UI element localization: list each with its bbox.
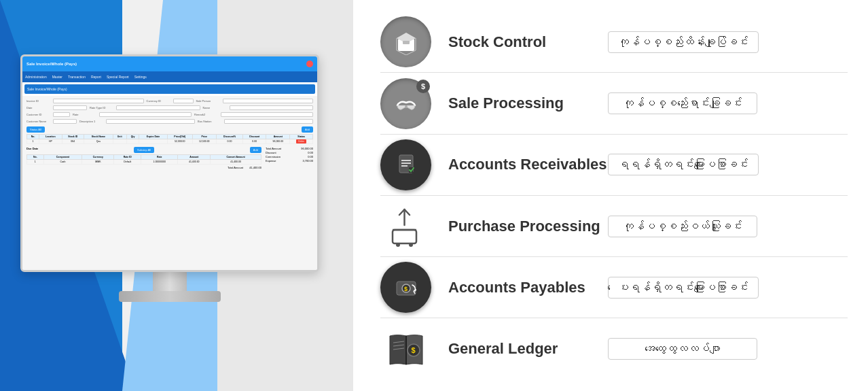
nav-special-report[interactable]: Special Report	[107, 75, 129, 79]
input-desc1[interactable]	[106, 119, 195, 124]
input-invoice-id[interactable]	[53, 99, 144, 103]
svg-line-5	[406, 50, 416, 55]
total-amount-summary: Total Amount 96,000.00	[266, 147, 313, 150]
handshake-icon	[393, 90, 419, 116]
feature-row-accounts-receivables: Accounts Receivables ရရန်ရှိတရင်းများပြေ…	[380, 138, 848, 191]
col-amount: Amount	[266, 135, 290, 139]
table-row: 1 HP 084 Qss 52,000.00 12,500.00 0.00	[27, 139, 313, 144]
monitor-base	[119, 291, 221, 302]
cell-status: Delete	[290, 139, 313, 144]
features-section: Stock Control ကုန်ပစ္စည်းထိန်းချုပ်ခြင်း…	[353, 0, 868, 391]
stock-control-icon	[380, 16, 431, 67]
col-price: Price	[192, 135, 216, 139]
commission-row: Commission 0.00	[266, 155, 313, 158]
input-customer-id[interactable]	[53, 112, 70, 117]
feature-row-purchase-processing: Purchase Processing ကုန်ပစ္စည်းဝယ်ယူခြင်…	[380, 200, 848, 253]
screen-form-title: Sale Invoice/Whole (Pays)	[27, 87, 67, 91]
expense-label: Expense	[266, 159, 276, 163]
label-customer-name: Customer Name	[26, 120, 50, 123]
expense-row: Expense 3,700.00	[266, 159, 313, 163]
pay-col-currency: Currency	[82, 155, 114, 160]
pay-cell-no: 1	[27, 160, 44, 165]
pay-cell-currency: MMK	[82, 160, 114, 165]
cell-amount: 96,000.00	[266, 139, 290, 144]
label-sale-person: Sale Person	[196, 99, 220, 103]
col-discount: Discount%	[216, 135, 242, 139]
input-currency[interactable]	[173, 99, 194, 103]
label-date: Date	[26, 106, 50, 109]
input-customer-name[interactable]	[53, 119, 77, 124]
svg-point-16	[409, 243, 413, 247]
accounts-payables-label: Accounts Payables	[431, 279, 608, 296]
expense-value: 3,700.00	[302, 159, 313, 163]
form-row-4: Customer Name Description 1 Bus Station	[26, 119, 313, 124]
feature-row-sale-processing: $ Sale Processing ကုန်ပစ္စည်းရောင်းချခြင…	[380, 77, 848, 130]
label-currency: Currency ID	[147, 99, 170, 103]
dollar-badge: $	[416, 80, 430, 93]
substep-all-btn[interactable]: Substep All	[134, 147, 154, 153]
payment-section: Due Date Substep All Add No. Component C…	[26, 147, 261, 169]
col-stock-name: Stock Name	[84, 135, 113, 139]
pay-cell-rate-id: Default	[114, 160, 141, 165]
svg-point-15	[396, 243, 400, 247]
pay-col-rate-id: Rate ID	[114, 155, 141, 160]
screen-body: Invoice ID Currency ID Sale Person Date …	[22, 96, 317, 272]
items-table: No. Location Stock ID Stock Name Unit Qt…	[26, 134, 313, 144]
cell-expire	[139, 139, 167, 144]
input-date[interactable]	[53, 105, 87, 110]
col-unit: Unit	[113, 135, 126, 139]
nav-administration[interactable]: Administration	[25, 75, 47, 79]
label-rate-type: Rate Type ID	[90, 106, 113, 109]
commission-label: Commission	[266, 155, 281, 158]
input-remark2[interactable]	[221, 112, 313, 117]
accounts-receivables-label: Accounts Receivables	[431, 156, 608, 173]
cell-disc-amt: 0.00	[243, 139, 266, 144]
label-rate: Rate	[73, 113, 96, 116]
input-sale-person[interactable]	[223, 99, 314, 103]
input-name[interactable]	[230, 105, 314, 110]
payment-row: 1 Cash MMK Default 1.00000000 41,400.00 …	[27, 160, 261, 165]
commission-value: 0.00	[308, 155, 313, 158]
cell-price-old: 52,000.00	[167, 139, 192, 144]
discount-row: Discount 0.00	[266, 151, 313, 154]
svg-text:$: $	[411, 346, 415, 354]
label-invoice-id: Invoice ID	[26, 99, 50, 103]
pay-col-amount: Amount	[178, 155, 211, 160]
payment-icon: $	[393, 275, 419, 301]
cell-location: HP	[39, 139, 62, 144]
pay-col-component: Component	[43, 155, 82, 160]
screen-close-btn[interactable]	[306, 61, 313, 67]
nav-settings[interactable]: Settings	[134, 75, 147, 79]
add-btn[interactable]: Add	[302, 126, 313, 133]
nav-report[interactable]: Report	[91, 75, 101, 79]
payment-label: Due Date	[26, 147, 38, 153]
summary-section: Total Amount 96,000.00 Discount 0.00 Com…	[266, 147, 313, 169]
total-amount-value: 41,400.00	[249, 166, 261, 169]
status-all-btn[interactable]: Status All	[26, 126, 45, 133]
nav-master[interactable]: Master	[52, 75, 62, 79]
monitor-container: Sale Invoice/Whole (Pays) Administration…	[20, 54, 333, 340]
divider-5	[380, 318, 848, 318]
feature-row-accounts-payables: $ Accounts Payables ပေးရန်ရှိတရင်းများပြ…	[380, 261, 848, 314]
input-bus-station[interactable]	[224, 119, 313, 124]
label-remark2: Remark2	[194, 113, 218, 116]
form-row-2: Date Rate Type ID Name	[26, 105, 313, 110]
svg-rect-13	[393, 230, 416, 243]
svg-point-7	[405, 105, 408, 108]
col-status: Status	[290, 135, 313, 139]
col-price-old: Price(Old)	[167, 135, 192, 139]
monitor-neck	[153, 272, 187, 291]
screen-title-bar: Sale Invoice/Whole (Pays)	[24, 84, 315, 94]
nav-transaction[interactable]: Transaction	[68, 75, 86, 79]
input-rate-type[interactable]	[116, 105, 200, 110]
stock-control-myanmar: ကုန်ပစ္စည်းထိန်းချုပ်ခြင်း	[608, 31, 759, 53]
cell-stock-id: 084	[62, 139, 84, 144]
add-payment-btn[interactable]: Add	[250, 147, 261, 153]
box-icon	[393, 29, 419, 55]
table-area: Status All Add No. Location Stock ID Sto…	[26, 126, 313, 144]
col-discount-amt: Discount	[243, 135, 266, 139]
sale-processing-icon: $	[380, 78, 431, 129]
discount-label: Discount	[266, 151, 276, 154]
feature-row-general-ledger: $ General Ledger အထွေထွေလလပ်ဂျာ	[380, 322, 848, 375]
input-rate[interactable]	[99, 112, 192, 117]
